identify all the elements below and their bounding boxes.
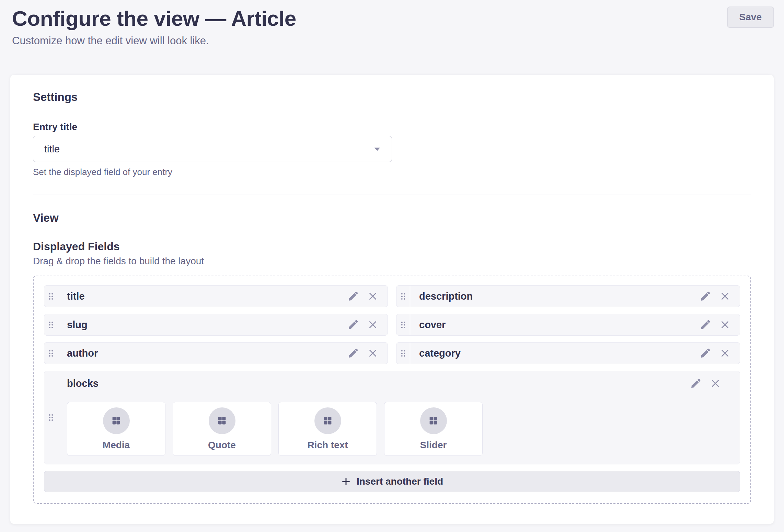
entry-title-value: title (44, 143, 60, 155)
field-actions (690, 378, 730, 389)
field-row-category[interactable]: category (396, 342, 740, 364)
field-label: slug (58, 314, 347, 335)
field-label: category (410, 343, 700, 364)
field-row-blocks[interactable]: blocksMediaQuoteRich textSlider (44, 371, 740, 464)
remove-field-button-blocks[interactable] (710, 378, 720, 389)
component-icon-circle (420, 407, 447, 434)
field-actions (700, 286, 740, 307)
remove-field-button-description[interactable] (720, 291, 730, 301)
field-label: cover (410, 314, 700, 335)
close-icon (368, 326, 378, 331)
edit-field-button-cover[interactable] (700, 319, 711, 331)
drag-handle-icon (401, 321, 406, 329)
remove-field-button-title[interactable] (368, 291, 378, 301)
settings-heading: Settings (33, 91, 751, 104)
entry-title-hint: Set the displayed field of your entry (33, 167, 751, 177)
component-card-slider[interactable]: Slider (384, 402, 483, 456)
component-label: Rich text (307, 440, 348, 451)
field-row-description[interactable]: description (396, 285, 740, 307)
page-header: Configure the view — Article Customize h… (0, 0, 784, 51)
field-row-slug[interactable]: slug (44, 314, 388, 336)
config-card: Settings Entry title title Set the displ… (10, 75, 774, 524)
edit-field-button-category[interactable] (700, 348, 711, 359)
grid-icon (217, 416, 227, 426)
displayed-fields-heading: Displayed Fields (33, 240, 751, 253)
grid-icon (111, 416, 121, 426)
close-icon (720, 326, 730, 331)
grid-icon (428, 416, 438, 426)
remove-field-button-category[interactable] (720, 348, 730, 358)
drag-handle[interactable] (44, 286, 58, 307)
drag-handle-icon (48, 292, 54, 300)
displayed-fields-hint: Drag & drop the fields to build the layo… (33, 256, 751, 267)
fields-grid: titledescriptionslugcoverauthorcategoryb… (44, 285, 740, 464)
page-subtitle: Customize how the edit view will look li… (12, 35, 774, 47)
component-label: Slider (420, 440, 447, 451)
drag-handle-icon (48, 349, 54, 357)
pencil-icon (347, 298, 359, 303)
pencil-icon (347, 326, 359, 332)
component-icon-circle (314, 407, 341, 434)
drag-handle-icon (401, 292, 406, 300)
pencil-icon (700, 298, 711, 303)
chevron-down-icon (373, 145, 381, 153)
field-actions (700, 314, 740, 335)
drag-handle[interactable] (44, 343, 58, 364)
drag-handle-icon (48, 414, 54, 421)
edit-field-button-description[interactable] (700, 291, 711, 302)
page-title: Configure the view — Article (12, 6, 774, 31)
close-icon (368, 297, 378, 302)
edit-field-button-slug[interactable] (347, 319, 359, 331)
field-label: title (58, 286, 347, 307)
field-actions (347, 314, 388, 335)
entry-title-select[interactable]: title (33, 136, 392, 162)
component-cards: MediaQuoteRich textSlider (67, 402, 730, 456)
component-icon-circle (103, 407, 130, 434)
edit-field-button-title[interactable] (347, 291, 359, 302)
field-row-cover[interactable]: cover (396, 314, 740, 336)
close-icon (720, 354, 730, 359)
save-button[interactable]: Save (727, 7, 774, 28)
remove-field-button-author[interactable] (368, 348, 378, 358)
field-actions (700, 343, 740, 364)
drag-handle-icon (48, 321, 54, 329)
view-heading: View (33, 211, 751, 224)
insert-field-button[interactable]: Insert another field (44, 471, 740, 492)
component-label: Media (103, 440, 130, 451)
close-icon (710, 384, 720, 390)
drag-handle[interactable] (396, 343, 410, 364)
field-actions (347, 343, 388, 364)
edit-field-button-blocks[interactable] (690, 378, 701, 389)
component-icon-circle (209, 407, 235, 434)
remove-field-button-cover[interactable] (720, 320, 730, 330)
component-label: Quote (208, 440, 236, 451)
component-field-content: blocksMediaQuoteRich textSlider (58, 371, 740, 464)
component-card-media[interactable]: Media (67, 402, 165, 456)
insert-field-label: Insert another field (357, 476, 443, 487)
plus-icon (341, 476, 351, 487)
pencil-icon (700, 355, 711, 360)
field-label: author (58, 343, 347, 364)
edit-field-button-author[interactable] (347, 348, 359, 359)
pencil-icon (700, 326, 711, 332)
entry-title-label: Entry title (33, 122, 751, 132)
drag-handle[interactable] (44, 371, 58, 464)
pencil-icon (690, 385, 701, 390)
close-icon (368, 354, 378, 359)
fields-drop-zone: titledescriptionslugcoverauthorcategoryb… (33, 276, 751, 504)
field-row-author[interactable]: author (44, 342, 388, 364)
field-label: blocks (67, 378, 99, 389)
drag-handle-icon (401, 349, 406, 357)
drag-handle[interactable] (396, 314, 410, 335)
remove-field-button-slug[interactable] (368, 320, 378, 330)
drag-handle[interactable] (44, 314, 58, 335)
field-label: description (410, 286, 700, 307)
drag-handle[interactable] (396, 286, 410, 307)
component-card-rich-text[interactable]: Rich text (278, 402, 377, 456)
component-card-quote[interactable]: Quote (173, 402, 271, 456)
pencil-icon (347, 355, 359, 360)
field-actions (347, 286, 388, 307)
close-icon (720, 297, 730, 302)
section-divider (33, 195, 751, 195)
field-row-title[interactable]: title (44, 285, 388, 307)
